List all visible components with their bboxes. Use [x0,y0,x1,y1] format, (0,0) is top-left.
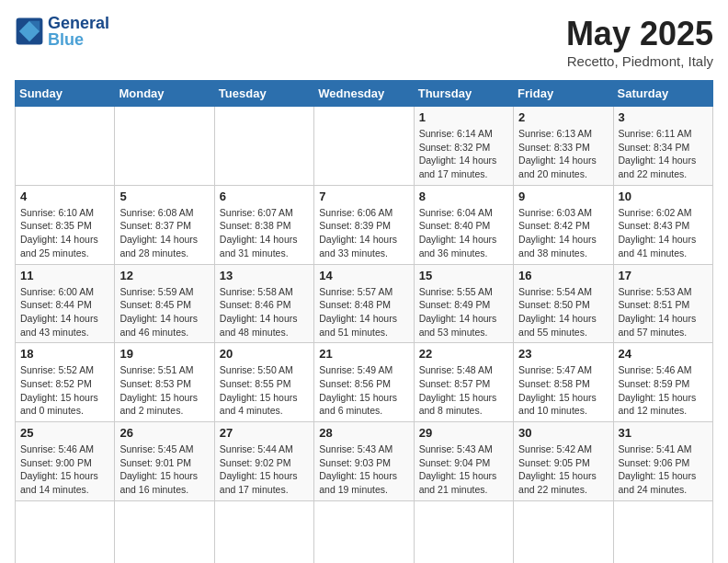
day-number: 31 [619,426,708,440]
day-cell-13: 13Sunrise: 5:58 AM Sunset: 8:46 PM Dayli… [214,264,313,343]
day-info: Sunrise: 5:43 AM Sunset: 9:04 PM Dayligh… [419,442,508,497]
calendar-row: 25Sunrise: 5:46 AM Sunset: 9:00 PM Dayli… [16,422,713,501]
day-cell-11: 11Sunrise: 6:00 AM Sunset: 8:44 PM Dayli… [16,264,115,343]
day-cell-1: 1Sunrise: 6:14 AM Sunset: 8:32 PM Daylig… [414,107,513,186]
logo-name-top: General [48,15,109,31]
weekday-header-saturday: Saturday [613,81,712,107]
day-info: Sunrise: 5:41 AM Sunset: 9:06 PM Dayligh… [619,442,708,497]
day-number: 26 [119,426,209,440]
empty-cell [115,500,214,563]
day-info: Sunrise: 5:53 AM Sunset: 8:51 PM Dayligh… [619,285,708,339]
empty-cell [214,107,313,186]
day-info: Sunrise: 6:13 AM Sunset: 8:33 PM Dayligh… [518,127,608,181]
day-cell-18: 18Sunrise: 5:52 AM Sunset: 8:52 PM Dayli… [16,343,115,422]
day-info: Sunrise: 6:14 AM Sunset: 8:32 PM Dayligh… [419,127,508,181]
day-info: Sunrise: 5:51 AM Sunset: 8:53 PM Dayligh… [119,363,209,418]
empty-cell [414,500,513,563]
day-cell-7: 7Sunrise: 6:06 AM Sunset: 8:39 PM Daylig… [314,185,414,264]
empty-cell [314,107,414,186]
day-cell-10: 10Sunrise: 6:02 AM Sunset: 8:43 PM Dayli… [613,185,712,264]
day-info: Sunrise: 5:46 AM Sunset: 8:59 PM Dayligh… [619,363,708,418]
day-number: 12 [119,269,209,282]
day-info: Sunrise: 5:52 AM Sunset: 8:52 PM Dayligh… [20,363,109,418]
day-info: Sunrise: 5:58 AM Sunset: 8:46 PM Dayligh… [220,285,309,339]
day-info: Sunrise: 6:11 AM Sunset: 8:34 PM Dayligh… [619,127,708,181]
weekday-header-sunday: Sunday [16,81,115,107]
day-info: Sunrise: 5:46 AM Sunset: 9:00 PM Dayligh… [20,442,109,497]
day-info: Sunrise: 6:02 AM Sunset: 8:43 PM Dayligh… [619,206,708,260]
weekday-header-tuesday: Tuesday [214,81,313,107]
day-info: Sunrise: 5:45 AM Sunset: 9:01 PM Dayligh… [119,442,209,497]
day-info: Sunrise: 6:07 AM Sunset: 8:38 PM Dayligh… [220,206,309,260]
empty-cell [613,500,712,563]
day-number: 16 [518,269,608,282]
day-cell-24: 24Sunrise: 5:46 AM Sunset: 8:59 PM Dayli… [613,343,712,422]
day-info: Sunrise: 6:10 AM Sunset: 8:35 PM Dayligh… [20,206,109,260]
day-info: Sunrise: 5:59 AM Sunset: 8:45 PM Dayligh… [119,285,209,339]
day-cell-9: 9Sunrise: 6:03 AM Sunset: 8:42 PM Daylig… [514,185,613,264]
day-number: 27 [220,426,309,440]
day-cell-16: 16Sunrise: 5:54 AM Sunset: 8:50 PM Dayli… [514,264,613,343]
day-cell-6: 6Sunrise: 6:07 AM Sunset: 8:38 PM Daylig… [214,185,313,264]
day-number: 9 [518,190,608,203]
weekday-header-row: SundayMondayTuesdayWednesdayThursdayFrid… [16,81,713,107]
day-number: 28 [319,426,408,440]
calendar-row [16,500,713,563]
day-info: Sunrise: 6:00 AM Sunset: 8:44 PM Dayligh… [20,285,109,339]
day-info: Sunrise: 5:43 AM Sunset: 9:03 PM Dayligh… [319,442,408,497]
day-number: 24 [619,347,708,361]
day-cell-31: 31Sunrise: 5:41 AM Sunset: 9:06 PM Dayli… [613,422,712,501]
weekday-header-thursday: Thursday [414,81,513,107]
day-number: 25 [20,426,109,440]
logo-icon [15,17,44,46]
empty-cell [16,107,115,186]
day-number: 4 [20,190,109,203]
weekday-header-friday: Friday [514,81,613,107]
day-info: Sunrise: 5:57 AM Sunset: 8:48 PM Dayligh… [319,285,408,339]
day-number: 6 [220,190,309,203]
day-number: 20 [220,347,309,361]
day-number: 23 [518,347,608,361]
logo-name-bottom: Blue [48,31,109,48]
empty-cell [514,500,613,563]
day-cell-2: 2Sunrise: 6:13 AM Sunset: 8:33 PM Daylig… [514,107,613,186]
day-cell-22: 22Sunrise: 5:48 AM Sunset: 8:57 PM Dayli… [414,343,513,422]
title-area: May 2025 Recetto, Piedmont, Italy [566,15,713,69]
day-number: 19 [119,347,209,361]
day-info: Sunrise: 5:54 AM Sunset: 8:50 PM Dayligh… [518,285,608,339]
day-cell-8: 8Sunrise: 6:04 AM Sunset: 8:40 PM Daylig… [414,185,513,264]
day-number: 18 [20,347,109,361]
day-cell-17: 17Sunrise: 5:53 AM Sunset: 8:51 PM Dayli… [613,264,712,343]
day-number: 29 [419,426,508,440]
day-info: Sunrise: 6:03 AM Sunset: 8:42 PM Dayligh… [518,206,608,260]
day-number: 11 [20,269,109,282]
day-cell-28: 28Sunrise: 5:43 AM Sunset: 9:03 PM Dayli… [314,422,414,501]
day-cell-26: 26Sunrise: 5:45 AM Sunset: 9:01 PM Dayli… [115,422,214,501]
day-number: 7 [319,190,408,203]
empty-cell [16,500,115,563]
day-info: Sunrise: 6:04 AM Sunset: 8:40 PM Dayligh… [419,206,508,260]
day-cell-20: 20Sunrise: 5:50 AM Sunset: 8:55 PM Dayli… [214,343,313,422]
day-cell-4: 4Sunrise: 6:10 AM Sunset: 8:35 PM Daylig… [16,185,115,264]
day-number: 15 [419,269,508,282]
calendar-row: 11Sunrise: 6:00 AM Sunset: 8:44 PM Dayli… [16,264,713,343]
day-info: Sunrise: 6:06 AM Sunset: 8:39 PM Dayligh… [319,206,408,260]
day-cell-12: 12Sunrise: 5:59 AM Sunset: 8:45 PM Dayli… [115,264,214,343]
day-number: 13 [220,269,309,282]
day-cell-19: 19Sunrise: 5:51 AM Sunset: 8:53 PM Dayli… [115,343,214,422]
logo: General Blue [15,15,109,48]
day-cell-27: 27Sunrise: 5:44 AM Sunset: 9:02 PM Dayli… [214,422,313,501]
day-info: Sunrise: 5:47 AM Sunset: 8:58 PM Dayligh… [518,363,608,418]
day-info: Sunrise: 5:55 AM Sunset: 8:49 PM Dayligh… [419,285,508,339]
day-number: 1 [419,110,508,124]
day-number: 5 [119,190,209,203]
calendar-row: 4Sunrise: 6:10 AM Sunset: 8:35 PM Daylig… [16,185,713,264]
day-number: 21 [319,347,408,361]
day-info: Sunrise: 5:44 AM Sunset: 9:02 PM Dayligh… [220,442,309,497]
month-title: May 2025 [566,15,713,53]
calendar-table: SundayMondayTuesdayWednesdayThursdayFrid… [15,80,713,563]
location-subtitle: Recetto, Piedmont, Italy [566,53,713,69]
day-info: Sunrise: 6:08 AM Sunset: 8:37 PM Dayligh… [119,206,209,260]
day-number: 22 [419,347,508,361]
day-cell-23: 23Sunrise: 5:47 AM Sunset: 8:58 PM Dayli… [514,343,613,422]
